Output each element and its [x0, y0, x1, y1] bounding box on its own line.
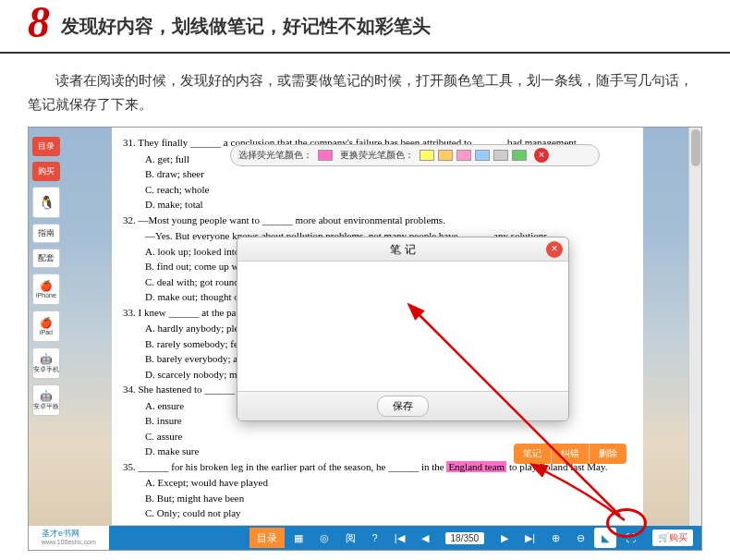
sidebar-guide[interactable]: 指南	[32, 224, 60, 243]
q34-c: C. assure	[123, 429, 632, 444]
screenshot-container: 目录 购买 🐧 指南 配套 🍎iPhone 🍎iPad 🤖安卓手机 🤖安卓平板 …	[28, 127, 702, 551]
apple-icon: 🍎	[40, 280, 53, 292]
android-icon: 🤖	[40, 353, 53, 365]
prev-page-icon[interactable]: ◀	[414, 528, 436, 548]
sidebar-androidpad[interactable]: 🤖安卓平板	[32, 384, 60, 416]
sidebar-mulu[interactable]: 目录	[32, 137, 60, 156]
read-icon[interactable]: 阅	[338, 528, 363, 548]
apple-icon: 🍎	[40, 317, 53, 329]
qq-icon: 🐧	[39, 195, 55, 210]
q35-d: D. If it's not; was able to be	[123, 521, 632, 526]
hl-color-green[interactable]	[512, 150, 527, 161]
sidebar-qq[interactable]: 🐧	[32, 187, 60, 218]
bottom-mulu-button[interactable]: 目录	[249, 528, 285, 548]
brand-logo[interactable]: 圣才e书网www.100eshu.com	[29, 526, 109, 550]
hl-label2: 更换荧光笔颜色：	[340, 149, 414, 162]
first-page-icon[interactable]: |◀	[387, 528, 412, 548]
q31-d: D. make; total	[123, 197, 632, 213]
cart-button[interactable]: 🛒购买	[645, 528, 700, 548]
hl-color-gray[interactable]	[493, 150, 508, 161]
grid-icon[interactable]: ▦	[286, 528, 310, 548]
save-button[interactable]: 保存	[377, 396, 429, 417]
scrollbar[interactable]	[688, 128, 701, 550]
note-close-icon[interactable]: ×	[546, 241, 563, 258]
popup-delete[interactable]: 删除	[590, 444, 627, 464]
hl-label1: 选择荧光笔颜色：	[238, 149, 312, 162]
highlighter-toolbar[interactable]: 选择荧光笔颜色： 更换荧光笔颜色： ×	[230, 144, 600, 166]
hl-close-icon[interactable]: ×	[534, 148, 549, 163]
next-page-icon[interactable]: ▶	[493, 528, 516, 548]
bottom-toolbar: 圣才e书网www.100eshu.com 目录 ▦ ◎ 阅 ? |◀ ◀ 18/…	[29, 526, 701, 550]
highlight-context-menu: 笔记 纠错 删除	[514, 444, 627, 464]
hl-color-yellow[interactable]	[420, 150, 434, 161]
hl-color-pink[interactable]	[456, 150, 471, 161]
q31-b: B. draw; sheer	[123, 166, 632, 182]
section-title: 发现好内容，划线做笔记，好记性不如彩笔头	[61, 14, 431, 44]
section-number: 8	[28, 0, 50, 44]
note-title: 笔 记 ×	[237, 237, 568, 262]
hl-current[interactable]	[318, 150, 333, 161]
q35-a: A. Except; would have played	[123, 475, 632, 491]
zoom-in-icon[interactable]: ⊕	[544, 528, 567, 548]
q32-stem: 32. —Most young people want to ______ mo…	[123, 213, 632, 228]
hl-color-orange[interactable]	[438, 150, 453, 161]
note-textarea[interactable]	[237, 262, 568, 391]
sidebar-iphone[interactable]: 🍎iPhone	[32, 274, 60, 305]
android-icon: 🤖	[40, 390, 53, 402]
bookmark-icon[interactable]: ◎	[312, 528, 336, 548]
q35-b: B. But; might have been	[123, 491, 632, 506]
fullscreen-icon[interactable]: ⛶	[618, 528, 643, 548]
sidebar-ipad[interactable]: 🍎iPad	[32, 310, 60, 342]
help-icon[interactable]: ?	[365, 528, 385, 548]
sidebar-android[interactable]: 🤖安卓手机	[32, 347, 60, 379]
q35-c: C. Only; could not play	[123, 505, 632, 521]
highlighted-text[interactable]: England team	[446, 461, 506, 472]
highlighter-tool-icon[interactable]: ◣	[594, 528, 616, 548]
popup-note[interactable]: 笔记	[514, 444, 552, 464]
zoom-out-icon[interactable]: ⊖	[569, 528, 592, 548]
popup-correct[interactable]: 纠错	[552, 444, 590, 464]
sidebar-buy[interactable]: 购买	[32, 162, 60, 181]
left-sidebar: 目录 购买 🐧 指南 配套 🍎iPhone 🍎iPad 🤖安卓手机 🤖安卓平板	[32, 137, 62, 421]
hl-color-blue[interactable]	[475, 150, 490, 161]
note-dialog: 笔 记 × 保存	[237, 237, 569, 421]
intro-text: 读者在阅读的时候，发现好的内容，或需要做笔记的时候，打开颜色笔工具，划一条线，随…	[28, 68, 702, 116]
q31-c: C. reach; whole	[123, 182, 632, 198]
last-page-icon[interactable]: ▶|	[517, 528, 542, 548]
sidebar-peiset[interactable]: 配套	[32, 249, 60, 268]
page-indicator[interactable]: 18/350	[438, 528, 493, 548]
scrollbar-thumb[interactable]	[691, 129, 700, 166]
